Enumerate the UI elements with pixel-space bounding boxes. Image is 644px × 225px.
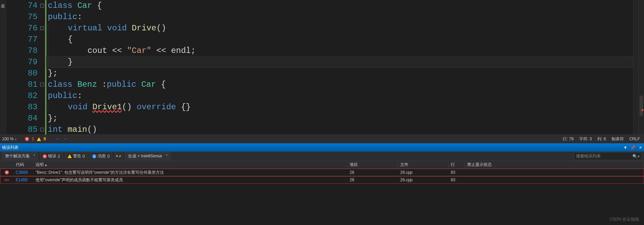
code-line[interactable]: cout << "Car" << endl; xyxy=(46,45,633,56)
line-number: 76 xyxy=(6,23,38,34)
error-project: 26 xyxy=(348,170,398,175)
code-line[interactable]: class Benz :public Car { xyxy=(46,79,633,90)
error-description: 使用"override"声明的成员函数不能重写基类成员 xyxy=(33,177,348,183)
code-area[interactable]: class Car { public: virtual void Drive()… xyxy=(46,0,633,135)
errors-filter-label: 错误 xyxy=(48,153,56,159)
panel-close-icon[interactable]: ✕ xyxy=(639,145,642,150)
code-line[interactable]: virtual void Drive() xyxy=(46,23,633,34)
panel-dropdown-icon[interactable]: ▼ xyxy=(624,145,627,150)
source-dropdown[interactable]: 生成 + IntelliSense xyxy=(125,152,170,160)
col-project[interactable]: 项目 xyxy=(348,162,398,168)
line-number: 82 xyxy=(6,90,38,101)
fold-toggle[interactable]: - xyxy=(40,4,44,8)
code-line[interactable]: public: xyxy=(46,11,633,23)
vertical-scrollbar[interactable] xyxy=(633,0,639,135)
error-code[interactable]: C3668 xyxy=(14,170,33,175)
line-number: 78 xyxy=(6,45,38,56)
error-list-panel-header[interactable]: 错误列表 ▼ 📌 ✕ xyxy=(0,143,644,152)
col-description[interactable]: 说明▲ xyxy=(33,162,348,168)
line-label: 行: xyxy=(563,137,568,141)
error-icon: ✕ xyxy=(25,137,29,141)
line-number: 74 xyxy=(6,0,38,11)
fold-column: - - - - xyxy=(40,0,45,135)
watermark: CSDN @朵猫猫. xyxy=(610,216,640,222)
toolbox-tab[interactable]: 工具箱 xyxy=(0,0,6,135)
warnings-filter-button[interactable]: 警告 0 xyxy=(65,152,87,160)
code-line[interactable]: void Drive1() override {} xyxy=(46,101,633,113)
errors-filter-button[interactable]: ✕ 错误 2 xyxy=(40,152,62,160)
line-number: 85 xyxy=(6,124,38,135)
search-placeholder: 搜索错误列表 xyxy=(576,153,601,159)
zoom-dropdown[interactable]: 100 % xyxy=(2,137,17,141)
error-file: 26.cpp xyxy=(398,170,449,175)
panel-pin-icon[interactable]: 📌 xyxy=(631,145,635,150)
info-icon: i xyxy=(92,154,96,158)
line-number: 80 xyxy=(6,68,38,79)
sort-asc-icon: ▲ xyxy=(44,163,47,167)
col-suppress[interactable]: 禁止显示状态 xyxy=(465,162,644,168)
line-value: 79 xyxy=(569,137,574,141)
fold-toggle[interactable]: - xyxy=(40,128,44,131)
nav-forward-icon[interactable]: → xyxy=(63,136,68,142)
code-editor[interactable]: 工具箱 74 75 76 77 78 79 80 81 82 83 84 85 … xyxy=(0,0,644,135)
line-number: 77 xyxy=(6,34,38,45)
line-number: 79 xyxy=(6,56,38,68)
code-line[interactable]: public: xyxy=(46,90,633,101)
line-number: 81 xyxy=(6,79,38,90)
error-file: 26.cpp xyxy=(398,178,449,182)
table-row[interactable]: abc E1455 使用"override"声明的成员函数不能重写基类成员 26… xyxy=(0,176,644,184)
code-line-current[interactable]: } xyxy=(46,56,633,68)
error-icon: ✕ xyxy=(5,170,9,174)
code-line[interactable]: class Car { xyxy=(46,0,633,11)
col-code[interactable]: 代码 xyxy=(14,162,33,168)
warning-icon xyxy=(68,154,72,158)
code-minimap[interactable] xyxy=(639,0,644,135)
warning-icon xyxy=(37,137,41,141)
panel-title: 错误列表 xyxy=(2,145,18,151)
line-number-gutter: 74 75 76 77 78 79 80 81 82 83 84 85 xyxy=(6,0,40,135)
nav-back-icon[interactable]: ← xyxy=(55,136,60,142)
code-line[interactable]: { xyxy=(46,34,633,45)
warning-count[interactable]: 0 xyxy=(44,137,46,141)
editor-status-bar: 100 % ✕1 0 ← → 行: 79 字符: 3 列: 6 制表符 CRLF xyxy=(0,135,644,143)
line-number: 83 xyxy=(6,101,38,113)
code-line[interactable]: int main() xyxy=(46,124,633,135)
warnings-filter-count: 0 xyxy=(83,154,85,159)
line-number: 84 xyxy=(6,113,38,124)
errors-filter-count: 2 xyxy=(58,154,60,159)
intellisense-error-icon: abc xyxy=(4,178,10,182)
code-line[interactable]: }; xyxy=(46,68,633,79)
messages-filter-button[interactable]: i 消息 0 xyxy=(90,152,112,160)
error-count[interactable]: 1 xyxy=(32,137,34,141)
error-project: 26 xyxy=(348,178,398,182)
error-line: 83 xyxy=(449,170,465,175)
fold-toggle[interactable]: - xyxy=(40,83,44,86)
char-value: 3 xyxy=(590,137,592,141)
messages-filter-count: 0 xyxy=(107,154,110,159)
messages-filter-label: 消息 xyxy=(98,153,106,159)
scope-dropdown[interactable]: 整个解决方案 xyxy=(2,152,38,160)
table-row[interactable]: ✕ C3668 "Benz::Drive1": 包含重写说明符"override… xyxy=(0,169,644,176)
search-error-list-input[interactable]: 搜索错误列表 🔍▾ xyxy=(574,152,642,160)
error-list-toolbar: 整个解决方案 ✕ 错误 2 警告 0 i 消息 0 ✕⚡ 生成 + Intell… xyxy=(0,152,644,161)
col-value: 6 xyxy=(604,137,606,141)
minimap-viewport[interactable] xyxy=(640,96,643,116)
minimap-error-marker xyxy=(642,109,643,111)
clear-filter-button[interactable]: ✕⚡ xyxy=(115,153,122,160)
indent-mode[interactable]: 制表符 xyxy=(612,136,624,142)
col-label: 列: xyxy=(597,137,602,141)
error-code[interactable]: E1455 xyxy=(14,178,33,182)
error-description: "Benz::Drive1": 包含重写说明符"override"的方法没有重写… xyxy=(33,170,348,175)
fold-toggle[interactable]: - xyxy=(40,26,44,30)
col-file[interactable]: 文件 xyxy=(398,162,449,168)
table-header-row: 代码 说明▲ 项目 文件 行 禁止显示状态 xyxy=(0,161,644,169)
toolbox-label: 工具箱 xyxy=(0,0,5,1)
line-ending[interactable]: CRLF xyxy=(629,137,640,141)
warnings-filter-label: 警告 xyxy=(73,153,81,159)
search-icon: 🔍▾ xyxy=(632,154,640,159)
error-list-table: 代码 说明▲ 项目 文件 行 禁止显示状态 ✕ C3668 "Benz::Dri… xyxy=(0,161,644,184)
error-line: 83 xyxy=(449,178,465,182)
line-number: 75 xyxy=(6,11,38,23)
col-line[interactable]: 行 xyxy=(449,162,465,168)
code-line[interactable]: }; xyxy=(46,113,633,124)
